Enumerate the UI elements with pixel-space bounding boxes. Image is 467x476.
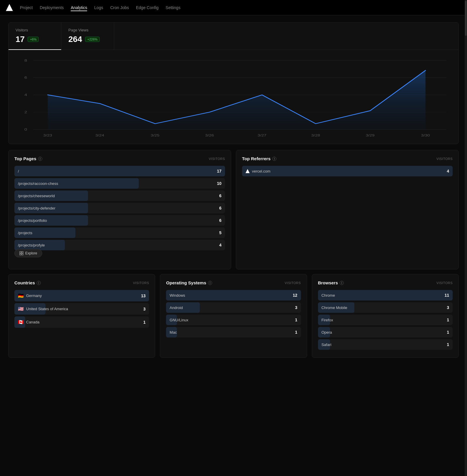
svg-text:8: 8 xyxy=(24,58,27,62)
nav-project[interactable]: Project xyxy=(20,4,33,11)
table-row[interactable]: Chrome 11 xyxy=(318,290,453,301)
os-visitors: 1 xyxy=(295,318,297,322)
top-referrers-info-icon[interactable]: i xyxy=(272,157,276,161)
page-path: / xyxy=(18,169,19,173)
browser-visitors: 3 xyxy=(447,305,449,310)
countries-info-icon[interactable]: i xyxy=(37,281,41,285)
table-row[interactable]: Android 3 xyxy=(166,302,301,313)
table-row[interactable]: GNU/Linux 1 xyxy=(166,315,301,325)
bottom-panels-row: Countries i VISITORS 🇩🇪Germany 13 🇺🇸Unit… xyxy=(8,274,459,358)
main-content: Visitors 17 +6% Page Views 264 +226% xyxy=(0,15,467,365)
top-pages-header: Top Pages i VISITORS xyxy=(14,156,225,161)
svg-marker-18 xyxy=(48,70,426,129)
top-pages-info-icon[interactable]: i xyxy=(38,157,42,161)
bar-fill xyxy=(242,166,453,176)
table-row[interactable]: /projects/portfolio 6 xyxy=(14,215,225,226)
os-name: GNU/Linux xyxy=(170,318,188,322)
explore-icon xyxy=(19,251,23,255)
pageviews-label: Page Views xyxy=(68,28,107,32)
table-row[interactable]: /projects/cheeseworld 6 xyxy=(14,190,225,201)
visitors-stat[interactable]: Visitors 17 +6% xyxy=(9,23,61,50)
nav-cron-jobs[interactable]: Cron Jobs xyxy=(110,4,129,11)
country-flag: 🇨🇦 xyxy=(18,319,24,325)
table-row[interactable]: Safari 1 xyxy=(318,339,453,350)
table-row[interactable]: Windows 12 xyxy=(166,290,301,301)
table-row[interactable]: 🇺🇸United States of America 3 xyxy=(14,303,149,315)
browser-name: Opera xyxy=(322,330,332,335)
table-row[interactable]: /projects/raccoon-chess 10 xyxy=(14,178,225,189)
page-visitors: 10 xyxy=(217,181,221,186)
table-row[interactable]: /projects 5 xyxy=(14,227,225,238)
table-row[interactable]: Opera 1 xyxy=(318,327,453,337)
nav-settings[interactable]: Settings xyxy=(166,4,181,11)
scrollbar[interactable] xyxy=(465,0,467,476)
top-pages-col-header: VISITORS xyxy=(209,157,225,161)
top-pages-title: Top Pages i xyxy=(14,156,42,161)
country-name: 🇺🇸United States of America xyxy=(18,306,68,312)
os-info-icon[interactable]: i xyxy=(208,281,212,285)
nav-analytics[interactable]: Analytics xyxy=(71,4,87,11)
os-col-header: VISITORS xyxy=(285,281,301,285)
referrer-name: vercel.com xyxy=(246,169,270,173)
os-name: Windows xyxy=(170,293,185,298)
svg-text:3/29: 3/29 xyxy=(366,134,375,137)
page-visitors: 6 xyxy=(219,206,221,210)
explore-button[interactable]: Explore xyxy=(14,249,42,257)
browsers-info-icon[interactable]: i xyxy=(340,281,344,285)
svg-text:6: 6 xyxy=(24,76,27,80)
svg-text:3/24: 3/24 xyxy=(95,134,104,137)
pageviews-value: 264 +226% xyxy=(68,35,107,44)
top-referrers-title: Top Referrers i xyxy=(242,156,276,161)
browsers-title: Browsers i xyxy=(318,280,344,285)
page-path: /projects/city-defender xyxy=(18,206,55,210)
page-visitors: 6 xyxy=(219,218,221,223)
svg-text:3/23: 3/23 xyxy=(43,134,52,137)
svg-text:3/28: 3/28 xyxy=(311,134,320,137)
svg-text:3/27: 3/27 xyxy=(258,134,266,137)
table-row[interactable]: Mac 1 xyxy=(166,327,301,337)
table-row[interactable]: vercel.com 4 xyxy=(242,166,453,176)
pageviews-stat[interactable]: Page Views 264 +226% xyxy=(61,23,114,50)
svg-rect-20 xyxy=(22,251,23,253)
page-path: /projects/raccoon-chess xyxy=(18,181,58,186)
os-title: Operating Systems i xyxy=(166,280,212,285)
scrollbar-thumb[interactable] xyxy=(465,1,467,36)
table-row[interactable]: 🇩🇪Germany 13 xyxy=(14,290,149,301)
browser-name: Firefox xyxy=(322,318,333,322)
top-referrers-header: Top Referrers i VISITORS xyxy=(242,156,453,161)
stats-row: Visitors 17 +6% Page Views 264 +226% xyxy=(9,23,458,50)
page-visitors: 17 xyxy=(217,169,221,173)
nav-deployments[interactable]: Deployments xyxy=(40,4,64,11)
table-row[interactable]: / 17 xyxy=(14,166,225,176)
os-name: Android xyxy=(170,305,183,310)
os-visitors: 3 xyxy=(295,305,297,310)
svg-text:3/26: 3/26 xyxy=(205,134,214,137)
browsers-header: Browsers i VISITORS xyxy=(318,280,453,285)
country-visitors: 3 xyxy=(143,307,146,311)
nav-edge-config[interactable]: Edge Config xyxy=(136,4,158,11)
nav-logs[interactable]: Logs xyxy=(94,4,103,11)
country-name: 🇩🇪Germany xyxy=(18,293,42,298)
page-path: /projects/profyle xyxy=(18,243,45,247)
table-row[interactable]: Chrome Mobile 3 xyxy=(318,302,453,313)
browser-name: Safari xyxy=(322,342,331,347)
top-referrers-col-header: VISITORS xyxy=(436,157,453,161)
table-row[interactable]: Firefox 1 xyxy=(318,315,453,325)
page-path: /projects/portfolio xyxy=(18,218,47,223)
os-name: Mac xyxy=(170,330,177,335)
vercel-icon xyxy=(246,169,250,173)
countries-panel: Countries i VISITORS 🇩🇪Germany 13 🇺🇸Unit… xyxy=(8,274,155,358)
table-row[interactable]: /projects/profyle 4 xyxy=(14,240,225,250)
page-visitors: 4 xyxy=(219,243,221,247)
logo-icon[interactable] xyxy=(6,4,13,11)
table-row[interactable]: /projects/city-defender 6 xyxy=(14,203,225,213)
referrer-visitors: 4 xyxy=(447,169,449,173)
bar-fill xyxy=(166,290,301,301)
table-row[interactable]: 🇨🇦Canada 1 xyxy=(14,316,149,328)
navigation: Project Deployments Analytics Logs Cron … xyxy=(0,0,467,15)
svg-text:2: 2 xyxy=(24,110,27,114)
visitors-label: Visitors xyxy=(16,28,54,32)
svg-rect-22 xyxy=(22,254,23,255)
browser-visitors: 1 xyxy=(447,318,449,322)
page-path: /projects/cheeseworld xyxy=(18,194,55,198)
